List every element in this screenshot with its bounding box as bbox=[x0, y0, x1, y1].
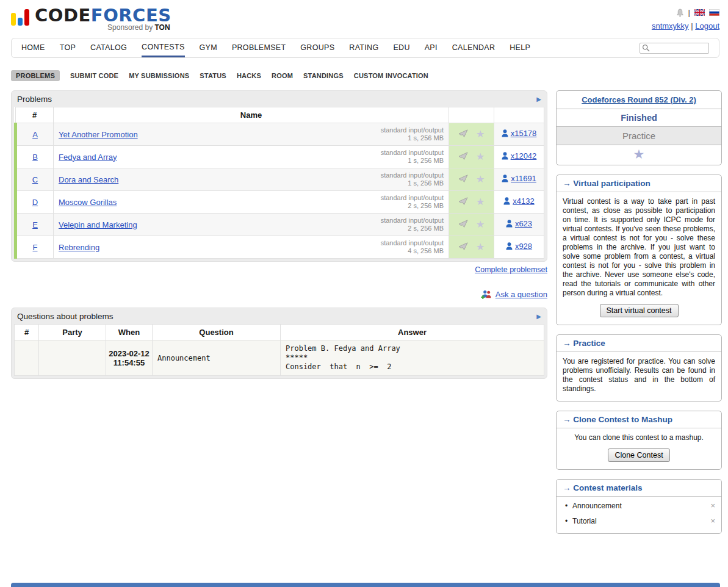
nav-item-top[interactable]: TOP bbox=[60, 38, 76, 57]
favorite-star-icon[interactable]: ★ bbox=[476, 175, 485, 185]
problem-time-memory: 4 s, 256 MB bbox=[381, 247, 444, 256]
contest-materials-box: → Contest materials • Announcement × • T… bbox=[556, 479, 722, 534]
username-link[interactable]: sntmxykky bbox=[652, 21, 689, 31]
close-icon[interactable]: × bbox=[710, 516, 715, 525]
problem-name-link[interactable]: Moscow Gorillas bbox=[59, 198, 117, 207]
search-input[interactable] bbox=[640, 43, 709, 54]
problem-index-link[interactable]: F bbox=[33, 243, 38, 252]
problem-index-link[interactable]: B bbox=[32, 153, 38, 162]
codeforces-logo[interactable]: CODEFORCES Sponsored by TON bbox=[11, 6, 171, 32]
bullet-icon: • bbox=[565, 502, 568, 510]
person-icon bbox=[502, 129, 508, 137]
problem-index-link[interactable]: D bbox=[32, 198, 38, 207]
tab-problems[interactable]: PROBLEMS bbox=[11, 70, 60, 81]
solved-count-link[interactable]: x623 bbox=[506, 219, 532, 228]
favorite-star-icon[interactable]: ★ bbox=[633, 147, 645, 161]
start-virtual-contest-button[interactable]: Start virtual contest bbox=[600, 304, 679, 317]
clone-button-row: Clone Contest bbox=[557, 447, 721, 469]
problem-index-link[interactable]: A bbox=[32, 130, 38, 139]
problem-io: standard input/output bbox=[381, 171, 444, 180]
logo-bar-yellow bbox=[11, 13, 16, 26]
solved-count-link[interactable]: x11691 bbox=[502, 174, 536, 183]
problems-header-row: # Name bbox=[16, 107, 544, 123]
favorite-star-icon[interactable]: ★ bbox=[476, 220, 485, 230]
favorite-star-icon[interactable]: ★ bbox=[476, 242, 485, 253]
nav-item-contests[interactable]: CONTESTS bbox=[142, 38, 184, 57]
nav-item-calendar[interactable]: CALENDAR bbox=[452, 38, 495, 57]
close-icon[interactable]: × bbox=[710, 501, 715, 510]
tab-standings[interactable]: STANDINGS bbox=[303, 72, 344, 79]
contest-title-link[interactable]: Codeforces Round 852 (Div. 2) bbox=[582, 95, 696, 104]
nav-item-home[interactable]: HOME bbox=[21, 38, 45, 57]
user-row: sntmxykky | Logout bbox=[652, 21, 719, 31]
problem-io: standard input/output bbox=[381, 194, 444, 203]
tab-custom-invocation[interactable]: CUSTOM INVOCATION bbox=[354, 72, 428, 79]
russian-flag-icon[interactable] bbox=[709, 9, 719, 16]
solved-count-link[interactable]: x15178 bbox=[502, 129, 537, 138]
favorite-star-icon[interactable]: ★ bbox=[476, 152, 485, 162]
problem-name-link[interactable]: Dora and Search bbox=[59, 175, 118, 184]
column-header-name: Name bbox=[54, 107, 449, 123]
submit-plane-icon[interactable] bbox=[458, 242, 468, 252]
question-party bbox=[39, 340, 106, 376]
contest-materials-title: → Contest materials bbox=[557, 480, 721, 497]
logo-forces-text: FORCES bbox=[91, 5, 171, 26]
submit-plane-icon[interactable] bbox=[458, 151, 468, 162]
problem-index-link[interactable]: C bbox=[32, 175, 38, 184]
nav-item-problemset[interactable]: PROBLEMSET bbox=[232, 38, 286, 57]
person-icon bbox=[506, 220, 513, 228]
submit-plane-icon[interactable] bbox=[458, 219, 468, 229]
materials-list: • Announcement × • Tutorial × bbox=[557, 497, 721, 533]
problem-name-link[interactable]: Rebrending bbox=[59, 243, 99, 252]
problem-name-link[interactable]: Fedya and Array bbox=[59, 153, 117, 162]
logout-link[interactable]: Logout bbox=[695, 21, 719, 31]
submit-plane-icon[interactable] bbox=[458, 129, 468, 139]
nav-item-edu[interactable]: EDU bbox=[393, 38, 409, 57]
expand-arrow-icon[interactable]: ▶ bbox=[536, 313, 541, 320]
problem-time-memory: 2 s, 256 MB bbox=[381, 225, 444, 233]
column-header-actions bbox=[449, 107, 494, 123]
problem-index-link[interactable]: E bbox=[32, 220, 38, 229]
nav-item-help[interactable]: HELP bbox=[510, 38, 530, 57]
user-area: | sntmxykky | Logout bbox=[652, 6, 719, 32]
english-flag-icon[interactable] bbox=[694, 9, 705, 16]
logo-bar-red bbox=[24, 9, 29, 26]
bell-icon[interactable] bbox=[676, 9, 684, 17]
nav-item-catalog[interactable]: CATALOG bbox=[90, 38, 127, 57]
problem-name-link[interactable]: Velepin and Marketing bbox=[59, 220, 137, 229]
solved-count-link[interactable]: x12042 bbox=[502, 151, 537, 160]
complete-problemset-link[interactable]: Complete problemset bbox=[475, 265, 547, 274]
tab-submit-code[interactable]: SUBMIT CODE bbox=[70, 72, 118, 79]
submit-plane-icon[interactable] bbox=[458, 174, 468, 184]
ask-question-link[interactable]: Ask a question bbox=[496, 290, 547, 299]
favorite-star-icon[interactable]: ★ bbox=[476, 129, 485, 140]
material-tutorial-link[interactable]: Tutorial bbox=[572, 517, 597, 525]
nav-item-gym[interactable]: GYM bbox=[200, 38, 217, 57]
separator: | bbox=[691, 21, 693, 31]
problem-io: standard input/output bbox=[381, 149, 444, 157]
material-announcement-link[interactable]: Announcement bbox=[572, 502, 622, 510]
tab-my-submissions[interactable]: MY SUBMISSIONS bbox=[129, 72, 189, 79]
submit-plane-icon[interactable] bbox=[458, 196, 468, 207]
problems-panel: Problems ▶ # Name A bbox=[11, 90, 547, 262]
solved-count-link[interactable]: x928 bbox=[506, 242, 532, 251]
nav-item-groups[interactable]: GROUPS bbox=[300, 38, 334, 57]
tab-status[interactable]: STATUS bbox=[200, 72, 226, 79]
expand-arrow-icon[interactable]: ▶ bbox=[536, 96, 541, 103]
column-header-num: # bbox=[15, 325, 39, 340]
nav-item-rating[interactable]: RATING bbox=[349, 38, 378, 57]
tab-room[interactable]: ROOM bbox=[272, 72, 293, 79]
clone-contest-button[interactable]: Clone Contest bbox=[608, 448, 669, 462]
problem-name-link[interactable]: Yet Another Promotion bbox=[59, 130, 138, 139]
favorite-star-icon[interactable]: ★ bbox=[476, 197, 485, 207]
tab-hacks[interactable]: HACKS bbox=[237, 72, 261, 79]
solved-count-link[interactable]: x4132 bbox=[503, 196, 534, 206]
virtual-participation-title: → Virtual participation bbox=[557, 175, 721, 192]
problem-limits: standard input/output 1 s, 256 MB bbox=[381, 126, 444, 143]
logo-bars-icon bbox=[11, 6, 29, 26]
problem-io: standard input/output bbox=[381, 239, 444, 248]
person-icon bbox=[503, 197, 510, 205]
questions-table: # Party When Question Answer 2023-02-12 … bbox=[14, 324, 544, 376]
tagline-ton: TON bbox=[154, 23, 170, 32]
nav-item-api[interactable]: API bbox=[425, 38, 438, 57]
